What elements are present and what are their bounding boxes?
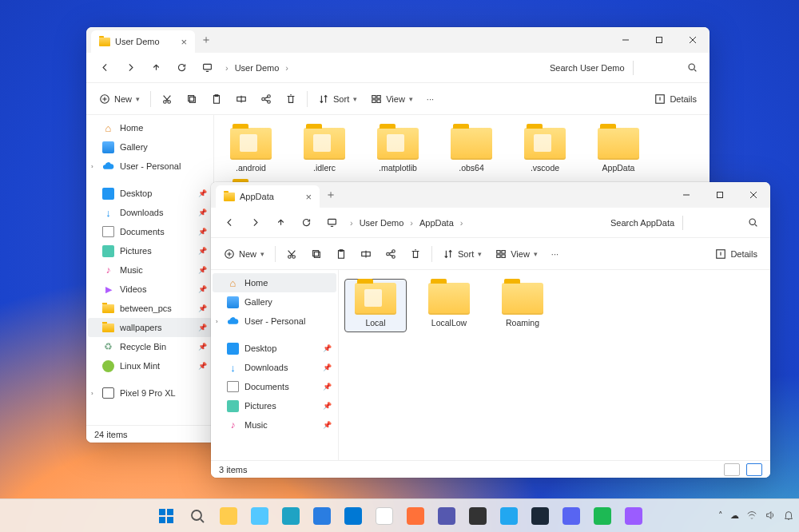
sidebar-item-documents[interactable]: Documents📌 <box>88 222 212 241</box>
taskbar-firefox[interactable] <box>401 502 430 530</box>
details-button[interactable]: Details <box>709 242 764 266</box>
more-button[interactable]: ··· <box>545 242 565 266</box>
new-tab-button[interactable]: ＋ <box>195 33 217 47</box>
sidebar-item-user-personal[interactable]: ›User - Personal <box>213 312 336 331</box>
folder-appdata[interactable]: AppData <box>588 125 649 177</box>
breadcrumb-item[interactable]: User Demo <box>358 215 406 231</box>
paste-button[interactable] <box>329 242 353 266</box>
taskbar-discord[interactable] <box>557 502 586 530</box>
close-button[interactable] <box>676 27 710 53</box>
taskbar-steam[interactable] <box>526 502 555 530</box>
chevron-right-icon[interactable]: › <box>91 390 93 397</box>
copy-button[interactable] <box>304 242 328 266</box>
view-button[interactable]: View▾ <box>364 87 419 111</box>
taskbar-chrome[interactable] <box>370 502 399 530</box>
file-pane[interactable]: LocalLocalLowRoaming <box>339 270 770 460</box>
sidebar-item-between-pcs[interactable]: between_pcs📌 <box>88 299 212 318</box>
search-input[interactable]: Search AppData <box>604 212 740 233</box>
folder-locallow[interactable]: LocalLow <box>419 280 479 332</box>
notifications-icon[interactable] <box>783 510 794 522</box>
new-tab-button[interactable]: ＋ <box>320 188 342 202</box>
folder--matplotlib[interactable]: .matplotlib <box>368 125 428 177</box>
sidebar-item-home[interactable]: ⌂Home <box>88 118 212 137</box>
sidebar-item-pictures[interactable]: Pictures📌 <box>213 396 336 415</box>
system-tray[interactable]: ˄ ☁ <box>718 510 794 522</box>
search-icon[interactable] <box>741 211 764 235</box>
details-button[interactable]: Details <box>648 87 703 111</box>
folder--android[interactable]: .android <box>221 125 281 177</box>
sidebar-item-desktop[interactable]: Desktop📌 <box>88 184 212 203</box>
forward-button[interactable] <box>243 211 267 235</box>
cut-button[interactable] <box>280 242 304 266</box>
sort-button[interactable]: Sort▾ <box>436 242 488 266</box>
breadcrumb[interactable]: › User Demo › <box>224 60 290 76</box>
forward-button[interactable] <box>118 56 142 80</box>
folder-local[interactable]: Local <box>345 280 406 332</box>
breadcrumb[interactable]: › User Demo › AppData › <box>348 215 464 231</box>
taskbar-copilot[interactable] <box>619 502 648 530</box>
minimize-button[interactable] <box>670 182 703 208</box>
paste-button[interactable] <box>205 87 229 111</box>
taskbar-spotify[interactable] <box>588 502 617 530</box>
back-button[interactable] <box>93 56 117 80</box>
view-list-icon[interactable] <box>724 463 740 476</box>
taskbar-terminal[interactable] <box>463 502 492 530</box>
onedrive-icon[interactable]: ☁ <box>730 510 739 521</box>
pc-icon[interactable] <box>195 56 219 80</box>
rename-button[interactable] <box>229 87 253 111</box>
refresh-button[interactable] <box>294 211 318 235</box>
new-button[interactable]: New▾ <box>93 87 146 111</box>
delete-button[interactable] <box>403 242 427 266</box>
taskbar-edge[interactable] <box>276 502 305 530</box>
search-icon[interactable] <box>681 56 703 80</box>
refresh-button[interactable] <box>169 56 193 80</box>
maximize-button[interactable] <box>703 182 737 208</box>
up-button[interactable] <box>144 56 168 80</box>
sort-button[interactable]: Sort▾ <box>312 87 364 111</box>
back-button[interactable] <box>217 211 241 235</box>
nav-pane[interactable]: ⌂HomeGallery›User - PersonalDesktop📌↓Dow… <box>211 270 339 460</box>
sidebar-item-videos[interactable]: ▶Videos📌 <box>88 280 212 299</box>
up-button[interactable] <box>268 211 292 235</box>
chevron-right-icon[interactable]: › <box>91 163 93 170</box>
chevron-right-icon[interactable]: › <box>216 318 218 325</box>
sidebar-item-music[interactable]: ♪Music📌 <box>88 260 212 280</box>
sidebar-item-documents[interactable]: Documents📌 <box>213 377 336 396</box>
sidebar-item-downloads[interactable]: ↓Downloads📌 <box>213 358 336 377</box>
more-button[interactable]: ··· <box>420 87 440 111</box>
share-button[interactable] <box>379 242 403 266</box>
new-button[interactable]: New▾ <box>217 242 271 266</box>
taskbar[interactable]: ˄ ☁ <box>0 498 799 532</box>
pc-icon[interactable] <box>320 211 344 235</box>
taskbar-start[interactable] <box>152 502 181 530</box>
sidebar-item-linux-mint[interactable]: Linux Mint📌 <box>88 356 212 375</box>
close-button[interactable] <box>737 182 770 208</box>
sidebar-item-desktop[interactable]: Desktop📌 <box>213 339 336 358</box>
sidebar-item-wallpapers[interactable]: wallpapers📌 <box>88 318 212 337</box>
maximize-button[interactable] <box>642 27 676 53</box>
volume-icon[interactable] <box>765 510 776 522</box>
tab-appdata[interactable]: AppData × <box>216 185 320 208</box>
breadcrumb-item[interactable]: User Demo <box>233 60 281 76</box>
view-grid-icon[interactable] <box>746 463 762 476</box>
breadcrumb-item[interactable]: AppData <box>418 215 455 231</box>
folder--obs64[interactable]: .obs64 <box>441 125 502 177</box>
close-tab-icon[interactable]: × <box>305 191 312 203</box>
share-button[interactable] <box>254 87 278 111</box>
taskbar-vscode[interactable] <box>495 502 523 530</box>
titlebar[interactable]: User Demo × ＋ <box>86 27 710 53</box>
tab-user-demo[interactable]: User Demo × <box>91 30 195 53</box>
sidebar-item-music[interactable]: ♪Music📌 <box>213 415 336 435</box>
nav-pane[interactable]: ⌂HomeGallery›User - PersonalDesktop📌↓Dow… <box>86 115 214 425</box>
folder--vscode[interactable]: .vscode <box>515 125 575 177</box>
minimize-button[interactable] <box>609 27 642 53</box>
sidebar-item-recycle-bin[interactable]: ♻Recycle Bin📌 <box>88 337 212 356</box>
sidebar-item-gallery[interactable]: Gallery <box>213 292 336 312</box>
taskbar-store[interactable] <box>308 502 336 530</box>
cut-button[interactable] <box>155 87 179 111</box>
taskbar-search[interactable] <box>183 502 212 530</box>
sidebar-item-home[interactable]: ⌂Home <box>213 273 336 292</box>
taskbar-explorer[interactable] <box>214 502 243 530</box>
rename-button[interactable] <box>354 242 378 266</box>
folder-roaming[interactable]: Roaming <box>492 280 553 332</box>
